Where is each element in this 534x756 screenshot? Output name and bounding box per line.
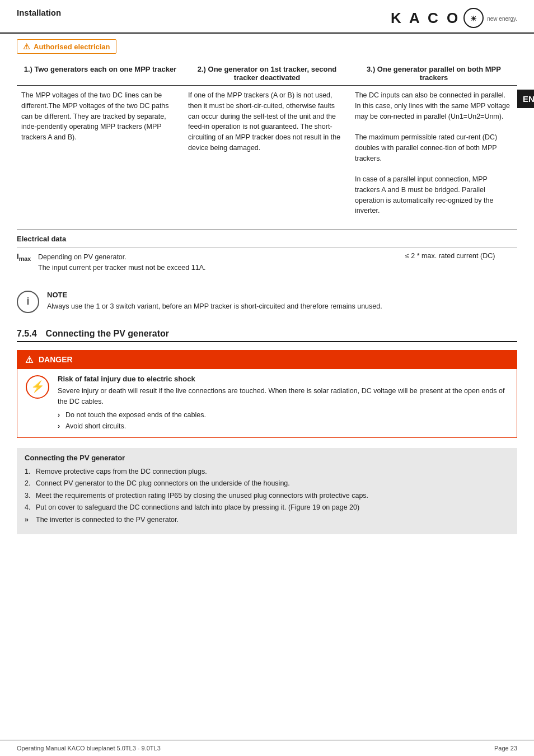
note-content: NOTE Always use the 1 or 3 switch varian… bbox=[47, 291, 382, 312]
note-icon: i bbox=[17, 291, 39, 313]
page-footer: Operating Manual KACO blueplanet 5.0TL3 … bbox=[0, 740, 534, 756]
danger-banner: ⚠ DANGER bbox=[17, 351, 517, 369]
warning-triangle-icon: ⚠ bbox=[23, 42, 30, 51]
elec-desc: Depending on PV generator. The input cur… bbox=[38, 252, 400, 273]
danger-subtitle: Risk of fatal injury due to electric sho… bbox=[58, 375, 509, 383]
logo-area: K A C O ☀ new energy. bbox=[391, 8, 517, 28]
generator-table: 1.) Two generators each on one MPP track… bbox=[17, 62, 517, 221]
connect-pv-list: Remove protective caps from the DC conne… bbox=[25, 466, 509, 525]
elec-value: ≤ 2 * max. rated current (DC) bbox=[405, 252, 517, 260]
danger-list-item-1: Do not touch the exposed ends of the cab… bbox=[58, 410, 509, 421]
danger-label: DANGER bbox=[39, 355, 73, 364]
col3-body: The DC inputs can also be connected in p… bbox=[350, 86, 517, 221]
section-754-header: 7.5.4 Connecting the PV generator bbox=[17, 329, 517, 342]
danger-box: ⚠ DANGER ⚡ Risk of fatal injury due to e… bbox=[17, 350, 517, 438]
col1-header: 1.) Two generators each on one MPP track… bbox=[17, 62, 184, 86]
elec-row: Imax Depending on PV generator. The inpu… bbox=[17, 248, 517, 277]
svg-text:☀: ☀ bbox=[470, 15, 477, 23]
electrical-data-title: Electrical data bbox=[17, 235, 517, 243]
svg-text:⚡: ⚡ bbox=[31, 380, 45, 393]
connect-step-3: Meet the requirements of protection rati… bbox=[25, 491, 509, 501]
section-number: 7.5.4 bbox=[17, 329, 37, 339]
note-box: i NOTE Always use the 1 or 3 switch vari… bbox=[17, 285, 517, 319]
danger-triangle-icon: ⚠ bbox=[25, 354, 33, 365]
col1-body: The MPP voltages of the two DC lines can… bbox=[17, 86, 184, 221]
danger-list-item-2: Avoid short circuits. bbox=[58, 421, 509, 432]
connect-pv-section: Connecting the PV generator Remove prote… bbox=[17, 448, 517, 534]
header-title: Installation bbox=[17, 8, 61, 17]
col2-body: If one of the MPP trackers (A or B) is n… bbox=[184, 86, 350, 221]
danger-list: Do not touch the exposed ends of the cab… bbox=[58, 410, 509, 432]
danger-content: ⚡ Risk of fatal injury due to electric s… bbox=[17, 369, 517, 438]
danger-body: Severe injury or death will result if th… bbox=[58, 386, 509, 408]
connect-step-1: Remove protective caps from the DC conne… bbox=[25, 466, 509, 477]
electric-shock-icon: ⚡ bbox=[25, 375, 50, 399]
logo-subtitle: new energy. bbox=[487, 16, 517, 22]
col2-header: 2.) One generator on 1st tracker, second… bbox=[184, 62, 350, 86]
main-content: ⚠ Authorised electrician 1.) Two generat… bbox=[0, 34, 534, 562]
danger-text-area: Risk of fatal injury due to electric sho… bbox=[58, 375, 509, 432]
section-title: Connecting the PV generator bbox=[46, 329, 169, 339]
auth-banner-text: Authorised electrician bbox=[34, 43, 110, 51]
connect-step-4: Put on cover to safeguard the DC connect… bbox=[25, 502, 509, 513]
elec-label: Imax bbox=[17, 252, 32, 262]
connect-result: The inverter is connected to the PV gene… bbox=[25, 515, 509, 525]
page-header: Installation K A C O ☀ new energy. bbox=[0, 0, 534, 34]
connect-step-2: Connect PV generator to the DC plug conn… bbox=[25, 478, 509, 489]
note-text: Always use the 1 or 3 switch variant, be… bbox=[47, 301, 382, 312]
connect-pv-title: Connecting the PV generator bbox=[25, 454, 509, 462]
col3-header: 3.) One generator parallel on both MPP t… bbox=[350, 62, 517, 86]
logo-icon: ☀ bbox=[463, 8, 484, 28]
logo-kaco: K A C O bbox=[391, 10, 460, 27]
electrical-data-section: Electrical data Imax Depending on PV gen… bbox=[17, 230, 517, 277]
note-title: NOTE bbox=[47, 291, 382, 299]
footer-left: Operating Manual KACO blueplanet 5.0TL3 … bbox=[17, 745, 161, 752]
en-badge: EN bbox=[517, 90, 534, 108]
footer-right: Page 23 bbox=[494, 745, 517, 752]
auth-banner: ⚠ Authorised electrician bbox=[17, 39, 116, 54]
